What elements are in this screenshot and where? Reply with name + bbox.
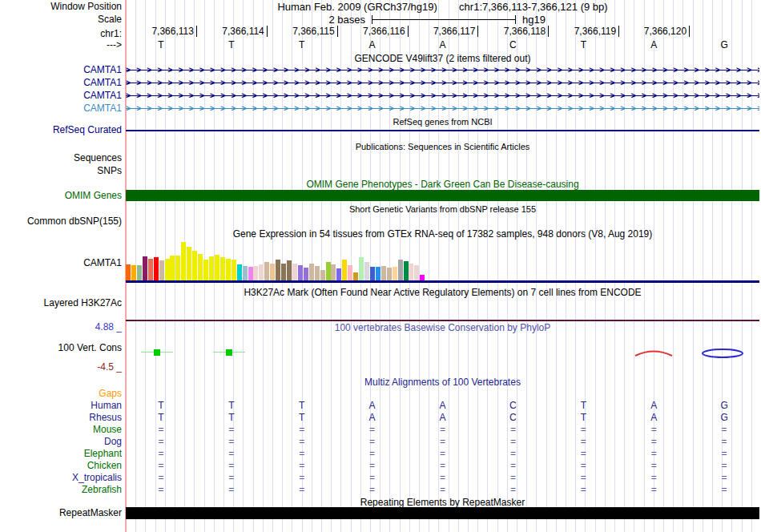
ucsc-genome-browser: Human Feb. 2009 (GRCh37/hg19) chr1:7,366… (0, 0, 761, 532)
gtex-bar[interactable] (414, 265, 419, 280)
label-gtex-gene[interactable]: CAMTA1 (0, 258, 122, 268)
multiz-cell: = (151, 449, 171, 459)
gtex-bar[interactable] (270, 264, 275, 280)
gtex-bar[interactable] (154, 257, 159, 280)
title-gencode: GENCODE V49lift37 (2 items filtered out) (126, 54, 759, 64)
transcript-row[interactable]: >>>>>>>>>>>>>>>>>>>>>>>>>>>>>>>>>>>>>>>>… (126, 65, 759, 75)
refseq-curated-line[interactable] (126, 130, 759, 131)
multiz-cell: = (433, 425, 453, 435)
multiz-label-gaps[interactable]: Gaps (0, 389, 122, 399)
multiz-cell: = (292, 437, 312, 447)
gtex-bar[interactable] (143, 256, 147, 280)
gtex-bar[interactable] (370, 267, 375, 280)
gtex-bar[interactable] (353, 272, 358, 280)
gtex-bar[interactable] (359, 257, 364, 280)
transcript-row[interactable]: >>>>>>>>>>>>>>>>>>>>>>>>>>>>>>>>>>>>>>>>… (126, 91, 759, 101)
gtex-bar[interactable] (364, 262, 369, 280)
label-cons-name[interactable]: 100 Vert. Cons (0, 343, 122, 353)
gtex-bar[interactable] (253, 266, 258, 280)
multiz-label-elephant[interactable]: Elephant (0, 449, 122, 459)
label-gencode-t4[interactable]: CAMTA1 (0, 103, 122, 114)
gtex-bar[interactable] (259, 264, 264, 280)
gtex-bar[interactable] (304, 268, 308, 280)
gtex-bar[interactable] (243, 266, 248, 280)
multiz-label-rhesus[interactable]: Rhesus (0, 413, 122, 423)
multiz-cell: T (221, 401, 242, 411)
gtex-bar[interactable] (220, 257, 225, 280)
gtex-bar[interactable] (148, 259, 153, 280)
omim-genes-bar[interactable] (126, 190, 759, 201)
position-label: 7,366,116 (325, 26, 405, 37)
gtex-bar[interactable] (287, 260, 292, 280)
gtex-bar[interactable] (309, 264, 314, 280)
label-snps[interactable]: SNPs (0, 166, 122, 176)
gtex-bar[interactable] (326, 262, 331, 280)
gtex-bar[interactable] (292, 264, 297, 280)
transcript-row[interactable]: >>>>>>>>>>>>>>>>>>>>>>>>>>>>>>>>>>>>>>>>… (126, 78, 759, 88)
label-gencode-t1[interactable]: CAMTA1 (0, 65, 122, 75)
gtex-bar[interactable] (187, 247, 191, 280)
gtex-bar[interactable] (137, 265, 142, 280)
gtex-bar[interactable] (276, 260, 280, 280)
multiz-cell: G (714, 401, 735, 411)
label-omim[interactable]: OMIM Genes (0, 191, 122, 201)
gtex-bar[interactable] (342, 260, 347, 280)
gtex-bar[interactable] (298, 265, 303, 280)
gtex-bar[interactable] (126, 264, 131, 280)
multiz-label-mouse[interactable]: Mouse (0, 425, 122, 435)
gtex-bar[interactable] (381, 266, 386, 280)
gtex-bar[interactable] (264, 262, 269, 280)
gtex-bar[interactable] (398, 260, 403, 280)
scale-ruler-right-tick (515, 15, 516, 24)
multiz-label-human[interactable]: Human (0, 401, 122, 411)
gtex-bar[interactable] (203, 260, 208, 280)
gtex-bar[interactable] (165, 259, 170, 280)
label-h3k27ac[interactable]: Layered H3K27Ac (0, 298, 122, 308)
gtex-bar[interactable] (175, 256, 180, 280)
gtex-bar[interactable] (192, 251, 197, 280)
label-dbsnp[interactable]: Common dbSNP(155) (0, 216, 122, 227)
gtex-bar[interactable] (420, 275, 425, 280)
gtex-bar[interactable] (131, 265, 136, 280)
gtex-bar[interactable] (215, 255, 219, 280)
gtex-bar[interactable] (232, 260, 236, 280)
label-gencode-t2[interactable]: CAMTA1 (0, 78, 122, 88)
gtex-bar[interactable] (281, 264, 286, 280)
transcript-row[interactable]: >>>>>>>>>>>>>>>>>>>>>>>>>>>>>>>>>>>>>>>>… (126, 103, 759, 114)
multiz-cell: = (643, 437, 664, 447)
gtex-bar[interactable] (320, 270, 325, 280)
repeatmasker-bar[interactable] (126, 507, 759, 519)
multiz-label-zebrafish[interactable]: Zebrafish (0, 485, 122, 495)
gtex-bar[interactable] (376, 267, 380, 280)
multiz-cell: T (292, 413, 312, 423)
gtex-bar[interactable] (336, 268, 341, 280)
base-letter: A (433, 40, 453, 50)
gtex-bar[interactable] (170, 256, 175, 280)
multiz-cell: = (714, 461, 735, 471)
label-gencode-t3[interactable]: CAMTA1 (0, 91, 122, 101)
gtex-gene-model-line[interactable] (126, 280, 759, 283)
multiz-cell: = (643, 473, 664, 483)
gtex-bar[interactable] (198, 254, 203, 280)
position-label: 7,366,120 (606, 26, 687, 37)
gtex-bar[interactable] (226, 259, 231, 280)
gtex-bar[interactable] (409, 264, 413, 280)
gtex-bar[interactable] (387, 268, 392, 280)
gtex-bar[interactable] (209, 256, 214, 280)
label-sequences[interactable]: Sequences (0, 153, 122, 163)
multiz-label-x_tropicalis[interactable]: X_tropicalis (0, 473, 122, 483)
gtex-bar[interactable] (348, 265, 352, 280)
gtex-bar[interactable] (181, 242, 186, 280)
multiz-cell: = (573, 425, 594, 435)
gtex-bar[interactable] (404, 261, 409, 280)
label-repeatmasker[interactable]: RepeatMasker (0, 508, 122, 518)
gtex-bar[interactable] (159, 260, 164, 280)
multiz-label-chicken[interactable]: Chicken (0, 461, 122, 471)
multiz-label-dog[interactable]: Dog (0, 437, 122, 447)
label-refseq[interactable]: RefSeq Curated (0, 125, 122, 135)
gtex-bar[interactable] (237, 264, 242, 280)
gtex-bar[interactable] (393, 267, 397, 280)
gtex-bar[interactable] (248, 267, 253, 280)
gtex-bar[interactable] (315, 266, 320, 280)
gtex-bar[interactable] (331, 264, 336, 280)
